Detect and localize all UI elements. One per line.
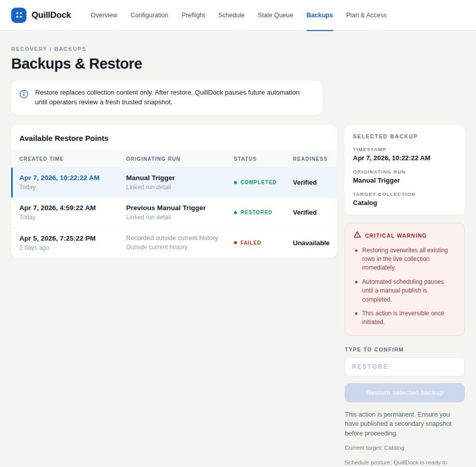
readiness-value: Verified (293, 209, 329, 216)
table-row[interactable]: Apr 7, 2026, 10:22:22 AM Today Manual Tr… (11, 168, 337, 198)
info-banner: Restore replaces collection content only… (11, 81, 322, 115)
status-badge: RESTORED (234, 210, 293, 215)
created-time-relative: Today (19, 184, 126, 191)
created-time-cell: Apr 7, 2026, 10:22:22 AM Today (19, 174, 126, 191)
originating-run-detail: Outside current history (126, 244, 234, 251)
readiness-value: Unavailable (293, 239, 330, 247)
originating-run-value: Previous Manual Trigger (126, 204, 234, 212)
originating-run-value: Manual Trigger (126, 174, 234, 182)
created-time-cell: Apr 5, 2026, 7:25:22 PM 2 days ago (19, 235, 126, 251)
quilldock-logo-icon (11, 8, 26, 23)
status-dot-icon (234, 181, 237, 184)
created-time-relative: Today (19, 214, 126, 221)
originating-run-detail: Linked run detail (126, 184, 234, 191)
created-time-value: Apr 7, 2026, 10:22:22 AM (19, 174, 126, 182)
timestamp-label: TIMESTAMP (353, 147, 457, 152)
originating-run-cell: Recorded outside current history Outside… (126, 235, 234, 251)
selected-backup-card: SELECTED BACKUP TIMESTAMP Apr 7, 2026, 1… (345, 125, 465, 215)
column-header-status: STATUS (234, 156, 293, 162)
table-row[interactable]: Apr 5, 2026, 7:25:22 PM 2 days ago Recor… (11, 228, 337, 258)
restore-points-card: Available Restore Points CREATED TIME OR… (11, 125, 337, 258)
selected-backup-title: SELECTED BACKUP (353, 133, 457, 139)
table-row[interactable]: Apr 7, 2026, 4:59:22 AM Today Previous M… (11, 198, 337, 228)
column-header-originating-run: ORIGINATING RUN (126, 156, 234, 162)
status-label: FAILED (241, 240, 261, 246)
created-time-value: Apr 5, 2026, 7:25:22 PM (19, 235, 126, 242)
primary-nav: Overview Configuration Preflight Schedul… (84, 0, 394, 30)
status-label: RESTORED (241, 210, 273, 215)
logo-dots-glyph (16, 12, 22, 18)
critical-warning-card: CRITICAL WARNING Restoring overwrites al… (345, 223, 465, 336)
column-header-created-time: CREATED TIME (19, 156, 126, 162)
warning-item: This action is irreversible once initiat… (353, 309, 456, 327)
readiness-value: Verified (293, 179, 329, 186)
timestamp-value: Apr 7, 2026, 10:22:22 AM (353, 154, 457, 162)
table-header-row: CREATED TIME ORIGINATING RUN STATUS READ… (11, 150, 337, 168)
created-time-value: Apr 7, 2026, 4:59:22 AM (19, 204, 126, 212)
nav-item-schedule[interactable]: Schedule (212, 0, 251, 30)
originating-run-label: ORIGINATING RUN (353, 169, 457, 174)
column-header-readiness: READINESS (293, 156, 329, 162)
restore-sidebar: SELECTED BACKUP TIMESTAMP Apr 7, 2026, 1… (345, 125, 465, 467)
current-target-note: Current target: Catalog (345, 444, 465, 452)
breadcrumb: RECOVERY / BACKUPS (11, 46, 465, 52)
nav-item-stale-queue[interactable]: Stale Queue (251, 0, 300, 30)
schedule-posture-note: Schedule posture: QuillDock is ready to … (345, 458, 465, 467)
created-time-relative: 2 days ago (19, 244, 126, 251)
status-badge: COMPLETED (234, 180, 293, 185)
permanent-action-note: This action is permanent. Ensure you hav… (345, 410, 465, 439)
type-to-confirm-label: TYPE TO CONFIRM (345, 346, 465, 353)
originating-run-value: Manual Trigger (353, 177, 457, 184)
page-title: Backups & Restore (11, 55, 465, 72)
nav-item-preflight[interactable]: Preflight (175, 0, 212, 30)
target-collection-label: TARGET COLLECTION (353, 191, 457, 197)
page-content: RECOVERY / BACKUPS Backups & Restore Res… (0, 31, 476, 467)
warning-list: Restoring overwrites all existing rows i… (353, 246, 456, 327)
info-icon (19, 90, 28, 107)
confirm-input[interactable] (345, 357, 465, 376)
status-dot-icon (234, 241, 237, 244)
nav-item-plan-access[interactable]: Plan & Access (340, 0, 394, 30)
created-time-cell: Apr 7, 2026, 4:59:22 AM Today (19, 204, 126, 221)
brand-name: QuillDock (32, 10, 71, 20)
originating-run-cell: Manual Trigger Linked run detail (126, 174, 234, 191)
status-badge: FAILED (234, 240, 293, 246)
info-banner-text: Restore replaces collection content only… (35, 88, 310, 107)
originating-run-detail: Linked run detail (126, 214, 234, 221)
target-collection-value: Catalog (353, 199, 457, 207)
status-label: COMPLETED (241, 180, 277, 185)
restore-points-title: Available Restore Points (11, 125, 337, 150)
warning-item: Automated scheduling pauses until a manu… (353, 278, 456, 304)
status-dot-icon (234, 211, 237, 214)
nav-item-backups[interactable]: Backups (300, 0, 340, 30)
warning-item: Restoring overwrites all existing rows i… (353, 246, 456, 273)
nav-item-overview[interactable]: Overview (84, 0, 124, 30)
warning-triangle-icon (353, 231, 361, 240)
restore-selected-backup-button[interactable]: Restore selected backup (345, 383, 465, 402)
top-navigation-bar: QuillDock Overview Configuration Preflig… (0, 0, 476, 31)
originating-run-cell: Previous Manual Trigger Linked run detai… (126, 204, 234, 221)
nav-item-configuration[interactable]: Configuration (124, 0, 175, 30)
critical-warning-title: CRITICAL WARNING (365, 232, 427, 239)
originating-run-value: Recorded outside current history (126, 235, 234, 242)
